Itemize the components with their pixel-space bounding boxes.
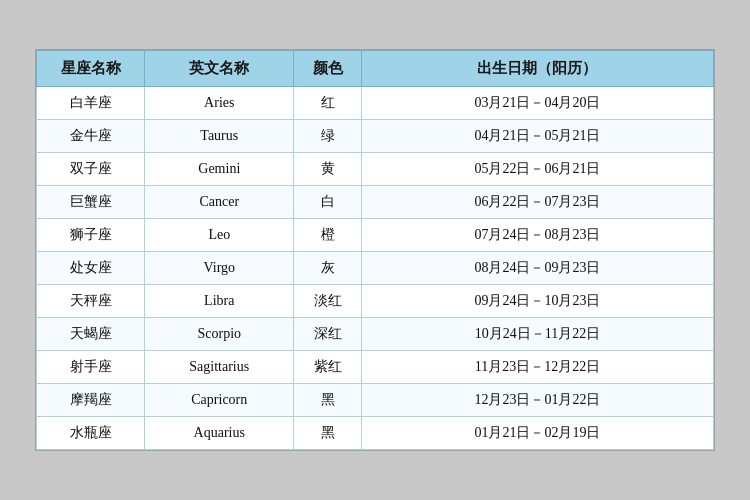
table-row: 水瓶座Aquarius黑01月21日－02月19日 xyxy=(37,417,714,450)
cell-chinese: 白羊座 xyxy=(37,87,145,120)
header-color: 颜色 xyxy=(294,51,362,87)
header-chinese: 星座名称 xyxy=(37,51,145,87)
cell-color: 灰 xyxy=(294,252,362,285)
cell-color: 黑 xyxy=(294,417,362,450)
cell-english: Cancer xyxy=(145,186,294,219)
cell-chinese: 处女座 xyxy=(37,252,145,285)
cell-date: 10月24日－11月22日 xyxy=(361,318,713,351)
cell-date: 06月22日－07月23日 xyxy=(361,186,713,219)
cell-chinese: 射手座 xyxy=(37,351,145,384)
cell-date: 11月23日－12月22日 xyxy=(361,351,713,384)
cell-color: 橙 xyxy=(294,219,362,252)
cell-color: 黄 xyxy=(294,153,362,186)
cell-color: 白 xyxy=(294,186,362,219)
cell-color: 红 xyxy=(294,87,362,120)
cell-chinese: 巨蟹座 xyxy=(37,186,145,219)
table-row: 天蝎座Scorpio深红10月24日－11月22日 xyxy=(37,318,714,351)
cell-color: 淡红 xyxy=(294,285,362,318)
table-row: 狮子座Leo橙07月24日－08月23日 xyxy=(37,219,714,252)
zodiac-table: 星座名称 英文名称 颜色 出生日期（阳历） 白羊座Aries红03月21日－04… xyxy=(36,50,714,450)
cell-date: 05月22日－06月21日 xyxy=(361,153,713,186)
cell-english: Sagittarius xyxy=(145,351,294,384)
cell-english: Scorpio xyxy=(145,318,294,351)
cell-color: 紫红 xyxy=(294,351,362,384)
table-row: 天秤座Libra淡红09月24日－10月23日 xyxy=(37,285,714,318)
cell-date: 01月21日－02月19日 xyxy=(361,417,713,450)
cell-date: 04月21日－05月21日 xyxy=(361,120,713,153)
cell-chinese: 天秤座 xyxy=(37,285,145,318)
header-english: 英文名称 xyxy=(145,51,294,87)
table-header-row: 星座名称 英文名称 颜色 出生日期（阳历） xyxy=(37,51,714,87)
cell-english: Gemini xyxy=(145,153,294,186)
cell-english: Aquarius xyxy=(145,417,294,450)
table-row: 白羊座Aries红03月21日－04月20日 xyxy=(37,87,714,120)
table-row: 金牛座Taurus绿04月21日－05月21日 xyxy=(37,120,714,153)
table-body: 白羊座Aries红03月21日－04月20日金牛座Taurus绿04月21日－0… xyxy=(37,87,714,450)
cell-english: Capricorn xyxy=(145,384,294,417)
cell-date: 09月24日－10月23日 xyxy=(361,285,713,318)
header-date: 出生日期（阳历） xyxy=(361,51,713,87)
cell-english: Taurus xyxy=(145,120,294,153)
table-row: 摩羯座Capricorn黑12月23日－01月22日 xyxy=(37,384,714,417)
cell-color: 绿 xyxy=(294,120,362,153)
cell-chinese: 金牛座 xyxy=(37,120,145,153)
table-row: 双子座Gemini黄05月22日－06月21日 xyxy=(37,153,714,186)
cell-chinese: 狮子座 xyxy=(37,219,145,252)
table-row: 射手座Sagittarius紫红11月23日－12月22日 xyxy=(37,351,714,384)
cell-english: Aries xyxy=(145,87,294,120)
cell-chinese: 水瓶座 xyxy=(37,417,145,450)
cell-chinese: 双子座 xyxy=(37,153,145,186)
cell-date: 07月24日－08月23日 xyxy=(361,219,713,252)
cell-date: 08月24日－09月23日 xyxy=(361,252,713,285)
table-row: 巨蟹座Cancer白06月22日－07月23日 xyxy=(37,186,714,219)
cell-color: 深红 xyxy=(294,318,362,351)
cell-english: Virgo xyxy=(145,252,294,285)
cell-chinese: 摩羯座 xyxy=(37,384,145,417)
cell-date: 12月23日－01月22日 xyxy=(361,384,713,417)
table-row: 处女座Virgo灰08月24日－09月23日 xyxy=(37,252,714,285)
cell-english: Libra xyxy=(145,285,294,318)
cell-english: Leo xyxy=(145,219,294,252)
cell-chinese: 天蝎座 xyxy=(37,318,145,351)
zodiac-table-container: 星座名称 英文名称 颜色 出生日期（阳历） 白羊座Aries红03月21日－04… xyxy=(35,49,715,451)
cell-date: 03月21日－04月20日 xyxy=(361,87,713,120)
cell-color: 黑 xyxy=(294,384,362,417)
